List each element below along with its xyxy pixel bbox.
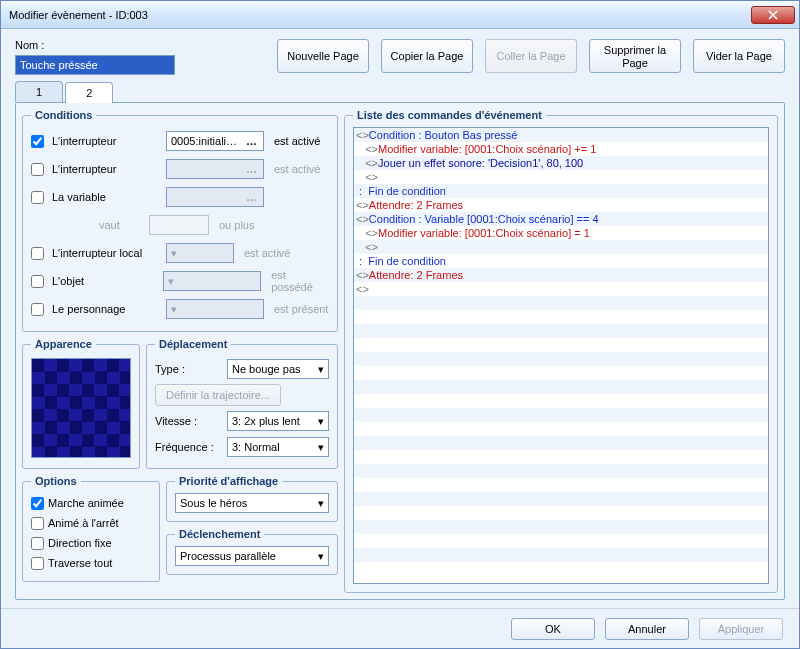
bottom-row: Options Marche animée Animé à l'arrêt Di… [22, 475, 338, 582]
ellipsis-icon[interactable]: … [244, 135, 259, 147]
appearance-preview[interactable] [31, 358, 131, 458]
cmd-line[interactable]: <> [354, 240, 768, 254]
cmd-line[interactable] [354, 450, 768, 464]
close-button[interactable] [751, 6, 795, 24]
titlebar: Modifier évènement - ID:003 [1, 1, 799, 29]
ellipsis-icon: … [244, 191, 259, 203]
cmd-line[interactable] [354, 492, 768, 506]
move-speed-select[interactable]: 3: 2x plus lent▾ [227, 411, 329, 431]
ok-button[interactable]: OK [511, 618, 595, 640]
ellipsis-icon: … [244, 163, 259, 175]
appearance-legend: Apparence [31, 338, 96, 350]
cond-localswitch-check[interactable] [31, 247, 44, 260]
opt-through-check[interactable] [31, 557, 44, 570]
name-label: Nom : [15, 39, 175, 51]
cmd-line[interactable]: <>Modifier variable: [0001:Choix scénari… [354, 142, 768, 156]
cond-localswitch-suffix: est activé [244, 247, 290, 259]
event-editor-window: Modifier évènement - ID:003 Nom : Nouvel… [0, 0, 800, 649]
footer: OK Annuler Appliquer [1, 608, 799, 648]
chevron-down-icon: ▾ [318, 363, 324, 376]
cmd-line[interactable]: <>Attendre: 2 Frames [354, 198, 768, 212]
cmd-line[interactable]: <> [354, 170, 768, 184]
cmd-line[interactable] [354, 394, 768, 408]
cond-actor-row: Le personnage ▾ est présent [31, 295, 329, 323]
cmd-line[interactable]: <>Modifier variable: [0001:Choix scénari… [354, 226, 768, 240]
clear-page-button[interactable]: Vider la Page [693, 39, 785, 73]
tab-page-1[interactable]: 1 [15, 81, 63, 102]
chevron-down-icon: ▾ [318, 497, 324, 510]
cmd-line[interactable] [354, 520, 768, 534]
cmd-line[interactable] [354, 478, 768, 492]
cond-switch1-check[interactable] [31, 135, 44, 148]
cond-vaut-row: vaut ou plus [31, 211, 329, 239]
movement-group: Déplacement Type : Ne bouge pas▾ Définir… [146, 338, 338, 469]
move-freq-select[interactable]: 3: Normal▾ [227, 437, 329, 457]
cond-switch1-row: L'interrupteur 0005:initialisation … est… [31, 127, 329, 155]
cmd-line[interactable] [354, 380, 768, 394]
chevron-down-icon: ▾ [318, 550, 324, 563]
opt-dir-fix-check[interactable] [31, 537, 44, 550]
cond-actor-check[interactable] [31, 303, 44, 316]
options-legend: Options [31, 475, 81, 487]
cond-actor-field: ▾ [166, 299, 264, 319]
move-traj-row: Définir la trajectoire... [155, 382, 329, 408]
cmd-line[interactable]: <> [354, 282, 768, 296]
cond-vaut-label: vaut [99, 219, 145, 231]
cancel-button[interactable]: Annuler [605, 618, 689, 640]
cond-object-check[interactable] [31, 275, 44, 288]
conditions-group: Conditions L'interrupteur 0005:initialis… [22, 109, 338, 332]
opt-walk-anim-check[interactable] [31, 497, 44, 510]
left-column: Conditions L'interrupteur 0005:initialis… [22, 109, 338, 593]
cmd-line[interactable] [354, 338, 768, 352]
priority-select[interactable]: Sous le héros▾ [175, 493, 329, 513]
top-area: Nom : Nouvelle Page Copier la Page Colle… [1, 29, 799, 81]
cond-switch2-check[interactable] [31, 163, 44, 176]
cmd-line[interactable] [354, 436, 768, 450]
cmd-line[interactable] [354, 464, 768, 478]
cmd-line[interactable] [354, 534, 768, 548]
trigger-select[interactable]: Processus parallèle▾ [175, 546, 329, 566]
priority-group: Priorité d'affichage Sous le héros▾ [166, 475, 338, 522]
apply-button: Appliquer [699, 618, 783, 640]
tab-page-2[interactable]: 2 [65, 82, 113, 103]
cmd-line[interactable] [354, 310, 768, 324]
cmd-line[interactable] [354, 408, 768, 422]
cmd-line[interactable] [354, 352, 768, 366]
movement-legend: Déplacement [155, 338, 231, 350]
cmd-line[interactable] [354, 296, 768, 310]
cmd-line[interactable] [354, 562, 768, 576]
cmd-line[interactable] [354, 506, 768, 520]
cmd-line[interactable] [354, 366, 768, 380]
cmd-line[interactable] [354, 548, 768, 562]
cmd-line[interactable]: : Fin de condition [354, 184, 768, 198]
options-group: Options Marche animée Animé à l'arrêt Di… [22, 475, 160, 582]
cond-switch2-row: L'interrupteur … est activé [31, 155, 329, 183]
cond-object-field: ▾ [163, 271, 261, 291]
cmd-line[interactable] [354, 422, 768, 436]
cond-variable-field: … [166, 187, 264, 207]
cmd-line[interactable]: <>Condition : Bouton Bas pressé [354, 128, 768, 142]
move-type-select[interactable]: Ne bouge pas▾ [227, 359, 329, 379]
cmd-line[interactable]: <>Attendre: 2 Frames [354, 268, 768, 282]
priority-legend: Priorité d'affichage [175, 475, 282, 487]
cmd-line[interactable]: <>Condition : Variable [0001:Choix scéna… [354, 212, 768, 226]
new-page-button[interactable]: Nouvelle Page [277, 39, 369, 73]
opt-stop-anim-check[interactable] [31, 517, 44, 530]
delete-page-button[interactable]: Supprimer la Page [589, 39, 681, 73]
window-title: Modifier évènement - ID:003 [9, 9, 751, 21]
opt-through-label: Traverse tout [48, 557, 112, 569]
cmd-line[interactable] [354, 324, 768, 338]
close-icon [768, 10, 778, 20]
chevron-down-icon: ▾ [168, 275, 174, 288]
cmd-line[interactable]: : Fin de condition [354, 254, 768, 268]
appearance-group: Apparence [22, 338, 140, 469]
cond-actor-label: Le personnage [52, 303, 162, 315]
cond-object-row: L'objet ▾ est possédé [31, 267, 329, 295]
name-input[interactable] [15, 55, 175, 75]
commands-group: Liste des commandes d'événement <>Condit… [344, 109, 778, 593]
copy-page-button[interactable]: Copier la Page [381, 39, 473, 73]
cond-variable-check[interactable] [31, 191, 44, 204]
cmd-line[interactable]: <>Jouer un effet sonore: 'Decision1', 80… [354, 156, 768, 170]
commands-list[interactable]: <>Condition : Bouton Bas pressé <>Modifi… [353, 127, 769, 584]
cond-switch1-field[interactable]: 0005:initialisation … [166, 131, 264, 151]
